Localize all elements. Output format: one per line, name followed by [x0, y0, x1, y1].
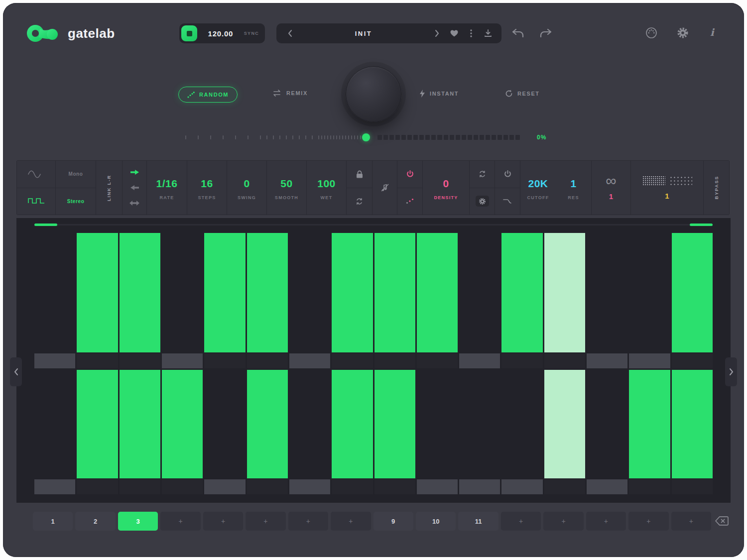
pattern-slot-11[interactable]: 11 — [458, 512, 498, 531]
bypass-toggle[interactable]: BYPASS — [704, 161, 729, 215]
step-right-4[interactable] — [162, 370, 203, 478]
reset-button[interactable]: RESET — [505, 90, 540, 98]
pattern-slot-10[interactable]: 10 — [416, 512, 456, 531]
cutoff-control[interactable]: 20K CUTOFF — [520, 161, 556, 215]
step-left-3[interactable] — [120, 233, 160, 352]
pattern-slot-empty-12[interactable]: + — [501, 512, 541, 531]
step-left-14[interactable] — [587, 233, 627, 352]
step-right-9[interactable] — [374, 370, 415, 478]
step-left-6[interactable] — [247, 233, 288, 352]
density-refresh-button[interactable] — [470, 161, 495, 188]
delete-pattern-button[interactable] — [715, 516, 729, 526]
favorite-button[interactable] — [446, 23, 463, 43]
step-left-4[interactable] — [162, 233, 203, 352]
res-control[interactable]: 1 RES — [556, 161, 591, 215]
undo-button[interactable] — [512, 29, 524, 37]
pattern-slot-empty-6[interactable]: + — [246, 512, 285, 531]
step-right-11[interactable] — [459, 370, 500, 478]
settings-button[interactable] — [677, 27, 689, 39]
range-end-handle[interactable] — [690, 224, 713, 226]
bpm-display[interactable]: 120.00 — [201, 29, 240, 38]
smooth-control[interactable]: 50 SMOOTH — [267, 161, 306, 215]
step-right-2[interactable] — [77, 370, 118, 478]
midi-settings-button[interactable] — [645, 27, 657, 39]
macro-slider-thumb[interactable] — [362, 133, 370, 141]
sine-shape-button[interactable] — [17, 161, 55, 188]
step-left-11[interactable] — [459, 233, 500, 352]
expand-both-button[interactable] — [123, 196, 146, 211]
step-right-3[interactable] — [120, 370, 160, 478]
redo-button[interactable] — [540, 29, 552, 37]
step-left-2[interactable] — [77, 233, 118, 352]
random-button[interactable]: RANDOM — [178, 87, 238, 103]
step-left-10[interactable] — [417, 233, 458, 352]
page-right-button[interactable] — [725, 357, 737, 386]
sync-toggle[interactable]: SYNC — [244, 31, 259, 36]
pattern-slot-1[interactable]: 1 — [33, 512, 73, 531]
step-right-6[interactable] — [247, 370, 288, 478]
pattern-slot-empty-8[interactable]: + — [331, 512, 371, 531]
step-left-15[interactable] — [629, 233, 670, 352]
step-left-8[interactable] — [332, 233, 373, 352]
cycle-button[interactable] — [347, 188, 372, 215]
pattern-slot-empty-7[interactable]: + — [288, 512, 328, 531]
preset-prev-button[interactable] — [281, 23, 298, 43]
step-left-5[interactable] — [204, 233, 245, 352]
step-right-7[interactable] — [289, 370, 330, 478]
info-button[interactable]: i — [710, 26, 714, 38]
pattern-slot-empty-5[interactable]: + — [203, 512, 243, 531]
pattern-range-track[interactable] — [34, 224, 713, 225]
square-shape-button[interactable] — [17, 188, 55, 215]
pattern-slot-3[interactable]: 3 — [118, 512, 158, 531]
step-right-10[interactable] — [417, 370, 458, 478]
swing-control[interactable]: 0 SWING — [227, 161, 266, 215]
rate-control[interactable]: 1/16 RATE — [147, 161, 187, 215]
loop-cell[interactable]: ∞ 1 — [592, 161, 630, 215]
pattern-slot-empty-13[interactable]: + — [543, 512, 583, 531]
preset-next-button[interactable] — [429, 23, 446, 43]
step-right-13[interactable] — [544, 370, 585, 478]
range-start-handle[interactable] — [34, 224, 57, 226]
pattern-slot-empty-14[interactable]: + — [586, 512, 626, 531]
step-right-15[interactable] — [629, 370, 670, 478]
mono-button[interactable]: Mono — [56, 161, 96, 188]
remix-button[interactable]: REMIX — [272, 90, 308, 97]
pattern-slot-empty-15[interactable]: + — [628, 512, 668, 531]
step-right-12[interactable] — [501, 370, 542, 478]
macro-knob[interactable] — [346, 66, 401, 122]
lock-button[interactable] — [347, 161, 372, 188]
step-left-12[interactable] — [501, 233, 542, 352]
step-right-14[interactable] — [587, 370, 627, 478]
shift-right-button[interactable] — [123, 164, 146, 180]
pattern-slot-empty-16[interactable]: + — [671, 512, 711, 531]
density-control[interactable]: 0 DENSITY — [423, 161, 469, 215]
steps-control[interactable]: 16 STEPS — [187, 161, 227, 215]
filter-power-button[interactable] — [495, 161, 520, 188]
density-settings-button[interactable] — [470, 188, 495, 215]
save-preset-button[interactable] — [480, 23, 497, 43]
step-left-13[interactable] — [544, 233, 585, 352]
step-right-8[interactable] — [332, 370, 373, 478]
stereo-button[interactable]: Stereo — [56, 188, 96, 215]
preset-name[interactable]: INIT — [298, 30, 429, 37]
filter-type-button[interactable] — [495, 188, 520, 215]
step-left-16[interactable] — [672, 233, 713, 352]
midi-mute-cell[interactable] — [373, 161, 397, 215]
wet-control[interactable]: 100 WET — [307, 161, 346, 215]
density-power-button[interactable] — [397, 161, 422, 188]
step-right-5[interactable] — [204, 370, 245, 478]
play-stop-button[interactable] — [181, 25, 197, 41]
page-left-button[interactable] — [10, 357, 22, 386]
pattern-slot-2[interactable]: 2 — [75, 512, 115, 531]
instant-button[interactable]: INSTANT — [419, 90, 459, 98]
step-left-9[interactable] — [374, 233, 415, 352]
step-right-16[interactable] — [672, 370, 713, 478]
macro-slider[interactable] — [184, 130, 521, 144]
noise-sparse-swatch[interactable] — [669, 176, 692, 186]
pattern-slot-9[interactable]: 9 — [374, 512, 413, 531]
shift-left-button[interactable] — [123, 180, 146, 195]
step-left-1[interactable] — [34, 233, 75, 352]
pattern-slot-empty-4[interactable]: + — [160, 512, 200, 531]
step-right-1[interactable] — [34, 370, 75, 478]
noise-dense-swatch[interactable] — [642, 176, 665, 186]
